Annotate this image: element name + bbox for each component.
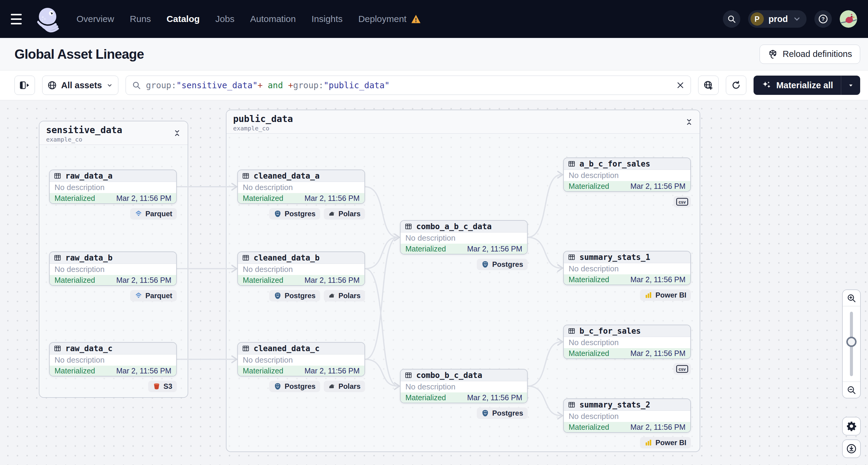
- asset-node-card[interactable]: cleaned_data_b No description Materializ…: [237, 251, 365, 286]
- nav-item-overview[interactable]: Overview: [76, 14, 114, 24]
- materialize-all-label: Materialize all: [776, 81, 833, 90]
- globe-plus-icon: [703, 80, 713, 90]
- search-button[interactable]: [723, 10, 740, 28]
- query-token: +: [257, 81, 262, 90]
- chevron-down-icon: [106, 82, 113, 89]
- open-panel-button[interactable]: [14, 75, 35, 95]
- nav-items: OverviewRunsCatalogJobsAutomationInsight…: [76, 14, 421, 24]
- view-settings-button[interactable]: [698, 75, 719, 95]
- asset-filter-label: All assets: [61, 81, 102, 90]
- query-token: group:: [293, 81, 323, 90]
- clear-search-button[interactable]: [676, 81, 685, 89]
- nav-item-label: Overview: [76, 14, 114, 24]
- asset-node-card[interactable]: a_b_c_for_sales No description Materiali…: [563, 157, 691, 192]
- asset-node-header: raw_data_b: [50, 252, 176, 264]
- asset-node-card[interactable]: summary_stats_1 No description Materiali…: [563, 251, 691, 285]
- nav-item-label: Jobs: [215, 14, 234, 24]
- asset-status-row: Materialized Mar 2, 11:56 PM: [238, 193, 365, 203]
- asset-node-header: combo_a_b_c_data: [401, 221, 527, 232]
- asset-description: No description: [238, 264, 365, 275]
- asset-name: cleaned_data_b: [254, 253, 319, 262]
- nav-item-insights[interactable]: Insights: [311, 14, 342, 24]
- asset-name: cleaned_data_c: [254, 344, 319, 353]
- deployment-switcher[interactable]: P prod: [748, 10, 807, 28]
- asset-search-input[interactable]: group:"sensitive_data"+ and +group:"publ…: [126, 75, 691, 95]
- asset-node-b_c_for_sales: b_c_for_sales No description Materialize…: [563, 324, 691, 375]
- asset-node-header: b_c_for_sales: [564, 325, 690, 337]
- reload-definitions-button[interactable]: Reload definitions: [760, 44, 860, 64]
- asset-node-header: combo_b_c_data: [401, 370, 527, 381]
- asset-description: No description: [401, 381, 527, 393]
- kind-badge-label: Postgres: [492, 409, 523, 417]
- asset-status-row: Materialized Mar 2, 11:56 PM: [238, 275, 365, 285]
- table-icon: [54, 254, 61, 262]
- nodes-layer: raw_data_a No description Materialized M…: [0, 100, 868, 465]
- user-avatar[interactable]: [840, 10, 857, 28]
- asset-description: No description: [238, 354, 365, 366]
- nav-item-deployment[interactable]: Deployment: [359, 14, 421, 24]
- asset-status-row: Materialized Mar 2, 11:56 PM: [401, 244, 527, 254]
- asset-node-card[interactable]: raw_data_b No description Materialized M…: [49, 251, 177, 286]
- nav-right: P prod ?: [723, 10, 857, 28]
- asset-badges: Power BI: [563, 289, 691, 301]
- dagster-logo[interactable]: [33, 3, 64, 35]
- env-avatar: P: [750, 12, 764, 26]
- asset-node-a_b_c_for_sales: a_b_c_for_sales No description Materiali…: [563, 157, 691, 208]
- asset-node-header: cleaned_data_c: [238, 343, 365, 354]
- asset-node-card[interactable]: cleaned_data_a No description Materializ…: [237, 169, 365, 204]
- asset-node-summary_stats_1: summary_stats_1 No description Materiali…: [563, 251, 691, 301]
- lineage-graph-canvas[interactable]: sensitive_data example_co public_data ex…: [0, 100, 868, 465]
- asset-node-card[interactable]: b_c_for_sales No description Materialize…: [563, 324, 691, 359]
- postgres-icon: [481, 409, 489, 417]
- nav-item-runs[interactable]: Runs: [130, 14, 151, 24]
- asset-description: No description: [401, 232, 527, 244]
- zoom-in-button[interactable]: [843, 290, 860, 306]
- help-button[interactable]: ?: [814, 10, 832, 28]
- table-icon: [404, 223, 412, 230]
- download-image-button[interactable]: [842, 439, 861, 458]
- parquet-icon: [135, 292, 143, 300]
- asset-node-card[interactable]: combo_b_c_data No description Materializ…: [400, 369, 528, 403]
- asset-name: raw_data_b: [65, 253, 113, 262]
- status-badge: Materialized: [243, 367, 283, 375]
- kind-badge: csv: [674, 196, 691, 208]
- nav-item-automation[interactable]: Automation: [250, 14, 296, 24]
- zoom-slider-thumb[interactable]: [846, 337, 857, 347]
- kind-badge-label: Postgres: [285, 291, 316, 300]
- asset-node-card[interactable]: cleaned_data_c No description Materializ…: [237, 342, 365, 376]
- nav-item-label: Deployment: [359, 14, 407, 24]
- asset-node-card[interactable]: combo_a_b_c_data No description Material…: [400, 220, 528, 254]
- asset-node-card[interactable]: summary_stats_2 No description Materiali…: [563, 398, 691, 433]
- asset-node-card[interactable]: raw_data_a No description Materialized M…: [49, 169, 177, 204]
- download-icon: [846, 443, 857, 454]
- asset-badges: Postgres Polars: [237, 290, 365, 302]
- zoom-out-button[interactable]: [843, 381, 860, 398]
- refresh-button[interactable]: [726, 75, 746, 95]
- bird-avatar-image: [840, 10, 857, 28]
- zoom-slider[interactable]: [843, 306, 860, 381]
- materialize-all-button[interactable]: Materialize all: [753, 75, 841, 95]
- asset-status-row: Materialized Mar 2, 11:56 PM: [564, 181, 690, 191]
- kind-badge: Postgres: [269, 381, 320, 392]
- asset-node-cleaned_data_c: cleaned_data_c No description Materializ…: [237, 342, 365, 392]
- materialize-options-button[interactable]: [841, 75, 860, 95]
- asset-node-header: summary_stats_2: [564, 399, 690, 411]
- asset-node-card[interactable]: raw_data_c No description Materialized M…: [49, 342, 177, 376]
- asset-description: No description: [50, 354, 176, 366]
- asset-badges: Parquet: [49, 208, 177, 220]
- nav-item-catalog[interactable]: Catalog: [166, 14, 200, 24]
- asset-badges: Postgres Polars: [237, 381, 365, 392]
- asset-description: No description: [564, 170, 690, 181]
- asset-filter-button[interactable]: All assets: [42, 75, 118, 95]
- asset-status-row: Materialized Mar 2, 11:56 PM: [401, 393, 527, 403]
- kind-badge: csv: [674, 363, 691, 375]
- parquet-icon: [135, 210, 143, 218]
- hamburger-menu-icon[interactable]: [11, 10, 28, 28]
- graph-settings-button[interactable]: [842, 417, 861, 435]
- powerbi-icon: [645, 291, 652, 299]
- query-token: group:: [146, 81, 176, 90]
- status-badge: Materialized: [569, 182, 609, 191]
- kind-badge: Parquet: [130, 208, 177, 220]
- nav-item-jobs[interactable]: Jobs: [215, 14, 234, 24]
- asset-description: No description: [564, 337, 690, 348]
